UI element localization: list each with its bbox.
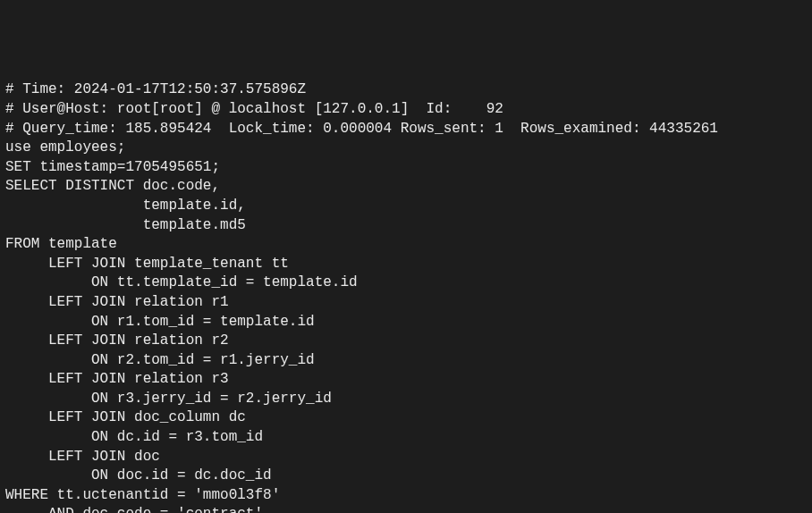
sql-select-col-line: template.md5 (5, 216, 807, 236)
log-query-stats-line: # Query_time: 185.895424 Lock_time: 0.00… (5, 120, 807, 139)
terminal-output: # Time: 2024-01-17T12:50:37.575896Z# Use… (5, 80, 807, 513)
sql-use-line: use employees; (5, 139, 807, 158)
sql-on-line: ON r2.tom_id = r1.jerry_id (5, 351, 807, 371)
sql-join-line: LEFT JOIN relation r1 (5, 293, 807, 313)
sql-from-line: FROM template (5, 235, 807, 255)
sql-on-line: ON doc.id = dc.doc_id (5, 467, 807, 486)
sql-join-line: LEFT JOIN relation r3 (5, 370, 807, 390)
sql-select-col-line: template.id, (5, 197, 807, 216)
log-user-host-line: # User@Host: root[root] @ localhost [127… (5, 100, 807, 120)
sql-on-line: ON r3.jerry_id = r2.jerry_id (5, 390, 807, 409)
sql-join-line: LEFT JOIN doc (5, 448, 807, 467)
sql-on-line: ON r1.tom_id = template.id (5, 313, 807, 332)
sql-on-line: ON dc.id = r3.tom_id (5, 428, 807, 448)
sql-join-line: LEFT JOIN relation r2 (5, 332, 807, 351)
sql-set-timestamp-line: SET timestamp=1705495651; (5, 158, 807, 178)
sql-and-line: AND doc.code = 'contract' (5, 505, 807, 513)
sql-where-line: WHERE tt.uctenantid = 'mmo0l3f8' (5, 486, 807, 506)
log-time-line: # Time: 2024-01-17T12:50:37.575896Z (5, 80, 807, 100)
sql-join-line: LEFT JOIN template_tenant tt (5, 255, 807, 274)
sql-select-line: SELECT DISTINCT doc.code, (5, 177, 807, 197)
sql-on-line: ON tt.template_id = template.id (5, 273, 807, 293)
sql-join-line: LEFT JOIN doc_column dc (5, 408, 807, 428)
